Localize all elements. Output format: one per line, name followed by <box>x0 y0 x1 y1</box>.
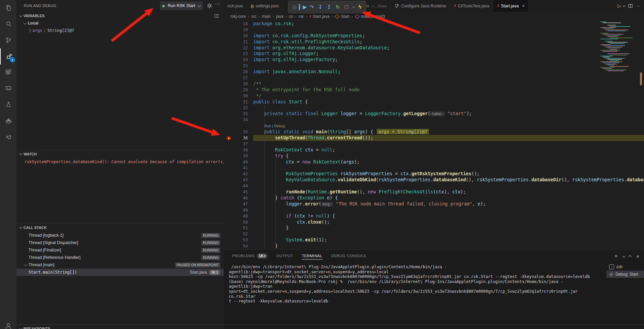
variable-args[interactable]: args: String[2]@7 <box>16 27 224 34</box>
breadcrumb-item-rsk[interactable]: rsk <box>299 14 304 19</box>
line-number[interactable]: 25 <box>224 63 253 69</box>
line-number[interactable]: 39 <box>224 153 253 159</box>
tab-configure-java-runtime[interactable]: Configure Java Runtime <box>391 0 450 12</box>
line-number[interactable]: 42 <box>224 171 253 177</box>
call-stack-thread[interactable]: Thread [logback-1]RUNNING <box>16 232 224 239</box>
continue-icon[interactable]: ▎▶ <box>299 2 307 12</box>
line-number[interactable]: 29 <box>224 87 253 93</box>
call-stack-thread[interactable]: Thread [Signal Dispatcher]RUNNING <box>16 239 224 246</box>
run-file-button[interactable]: ▷ <box>618 3 621 8</box>
panel-tab-debug-console[interactable]: DEBUG CONSOLE <box>331 254 367 258</box>
activity-item-remote-explorer[interactable] <box>0 81 16 97</box>
variables-scope-local[interactable]: Local <box>16 19 224 27</box>
tab-nch-json[interactable]: nch.json <box>224 0 247 12</box>
run-config-dropdown[interactable]: ▶ Run RSK Start <box>160 1 203 10</box>
activity-item-docker[interactable] <box>0 113 16 129</box>
close-panel-icon[interactable]: × <box>636 253 639 259</box>
hot-code-replace-icon[interactable]: ϟ <box>356 2 364 12</box>
panel-tab-output[interactable]: OUTPUT <box>276 254 293 258</box>
breakpoints-section-header[interactable]: BREAKPOINTS <box>16 325 224 329</box>
line-number[interactable]: 26 <box>224 69 253 75</box>
call-stack-thread[interactable]: Thread [Reference Handler]RUNNING <box>16 254 224 261</box>
line-number[interactable]: 43 <box>224 177 253 183</box>
line-number[interactable]: 28 <box>224 81 253 87</box>
breadcrumb-item-co[interactable]: co <box>289 14 293 19</box>
activity-item-explorer[interactable] <box>0 0 16 16</box>
terminal-session-zsh[interactable]: ›zsh <box>606 263 644 271</box>
breadcrumb-item-rskj-core[interactable]: rskj-core <box>230 14 246 19</box>
activity-item-run-and-debug[interactable]: 1 <box>0 48 17 64</box>
minimap[interactable] <box>599 21 633 95</box>
line-number[interactable]: 38 <box>224 147 253 153</box>
more-actions-icon[interactable]: ⋯ <box>636 3 641 8</box>
tab-start-java[interactable]: JStart.java× <box>493 0 529 12</box>
breadcrumb-item-src[interactable]: src <box>251 14 257 19</box>
activity-item-gradle[interactable] <box>0 129 16 145</box>
call-stack-thread[interactable]: Thread [Finalizer]RUNNING <box>16 246 224 254</box>
line-number[interactable]: 23 <box>224 51 253 57</box>
activity-item-account[interactable] <box>0 318 16 329</box>
codelens-run-debug[interactable]: Run | Debug <box>224 123 644 129</box>
run-dropdown-icon[interactable] <box>623 4 625 7</box>
line-number[interactable]: 44 <box>224 183 253 189</box>
line-number[interactable]: 24 <box>224 57 253 63</box>
line-number[interactable]: 37 <box>224 141 253 147</box>
activity-item-testing[interactable] <box>0 97 16 113</box>
stack-frame[interactable]: Start.main(String[])Start.java36:1 <box>16 269 224 276</box>
variables-section-header[interactable]: VARIABLES <box>16 12 224 19</box>
terminal-dropdown-icon[interactable] <box>622 254 626 257</box>
run-config-label[interactable]: Run RSK Start <box>168 3 195 8</box>
chevron-down-icon[interactable] <box>198 3 201 7</box>
line-number[interactable]: 51 <box>224 225 253 231</box>
line-number[interactable]: 54 <box>224 243 253 249</box>
new-terminal-icon[interactable]: + <box>614 253 618 259</box>
gear-icon[interactable] <box>207 3 212 9</box>
panel-tab-problems[interactable]: PROBLEMS1K+ <box>232 253 268 258</box>
watch-section-header[interactable]: WATCH <box>16 150 224 157</box>
terminal-session-debug-start[interactable]: Debug: Start <box>606 271 644 278</box>
line-number[interactable]: 18 <box>224 21 253 27</box>
line-number[interactable]: 49 <box>224 213 253 219</box>
line-number[interactable]: 47 <box>224 201 253 207</box>
more-actions-icon[interactable]: ⋯ <box>215 1 220 7</box>
tab-settings-json[interactable]: {}settings.json <box>247 0 283 12</box>
overview-ruler-marker[interactable] <box>640 73 642 85</box>
line-number[interactable]: 22 <box>224 45 253 51</box>
code-editor[interactable]: 18package co.rsk;1920import co.rsk.confi… <box>224 21 644 249</box>
run-play-icon[interactable]: ▶ <box>163 4 165 8</box>
panel-tab-terminal[interactable]: TERMINAL <box>302 254 322 260</box>
stop-icon[interactable]: □ <box>342 2 351 12</box>
line-number[interactable]: 52 <box>224 231 253 237</box>
close-icon[interactable]: × <box>522 3 525 8</box>
line-number[interactable]: 41 <box>224 165 253 171</box>
call-stack-section-header[interactable]: CALL STACK <box>16 224 224 231</box>
tab-clitoolstest-java[interactable]: JCliToolsTest.java <box>450 0 493 12</box>
line-number[interactable]: ▶36 <box>224 135 253 141</box>
line-number[interactable]: 50 <box>224 219 253 225</box>
step-into-icon[interactable]: ↧ <box>316 2 324 12</box>
line-number[interactable]: 40 <box>224 159 253 165</box>
call-stack-thread[interactable]: Thread [main]PAUSED ON BREAKPOINT <box>16 261 224 269</box>
restart-icon[interactable]: ↻ <box>334 2 342 12</box>
activity-item-search[interactable] <box>0 16 16 32</box>
step-out-icon[interactable]: ↥ <box>325 2 333 12</box>
breadcrumb-item-java[interactable]: java <box>276 14 283 19</box>
line-number[interactable]: 35 <box>224 129 253 135</box>
watch-expression-row[interactable]: rskSystemProperties.databaseKind(): Cann… <box>16 158 224 166</box>
terminal-output[interactable]: /usr/bin/env /Library/Internet\ Plug-Ins… <box>229 265 604 304</box>
line-number[interactable]: 53 <box>224 237 253 243</box>
line-number[interactable]: 21 <box>224 39 253 45</box>
line-number[interactable]: 30 <box>224 93 253 99</box>
line-number[interactable]: 19 <box>224 27 253 33</box>
breadcrumb-item-main-string-[interactable]: main(String[]) <box>355 14 385 19</box>
line-number[interactable]: 34 <box>224 117 253 123</box>
line-number[interactable]: 32 <box>224 105 253 111</box>
step-over-icon[interactable]: ↷ <box>308 2 316 12</box>
line-number[interactable]: 46 <box>224 195 253 201</box>
breadcrumb-item-main[interactable]: main <box>262 14 271 19</box>
maximize-panel-icon[interactable] <box>628 255 632 258</box>
breadcrumb-item-start[interactable]: Start <box>335 14 349 19</box>
line-number[interactable]: 48 <box>224 207 253 213</box>
line-number[interactable]: 33 <box>224 111 253 117</box>
line-number[interactable]: 31 <box>224 99 253 105</box>
